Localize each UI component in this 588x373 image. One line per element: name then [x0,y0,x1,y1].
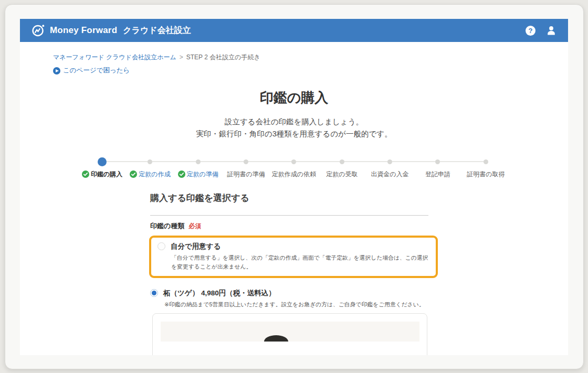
step-dot [196,159,201,164]
stepper-step-articles-preparation[interactable]: 定款の準備 [174,157,222,178]
service-name: クラウド会社設立 [123,25,191,36]
step-dot [340,159,344,164]
money-forward-logo-icon [32,24,45,37]
money-forward-logo[interactable]: Money Forward クラウド会社設立 [32,24,191,37]
page-description: 設立する会社の印鑑を購入しましょう。 実印・銀行印・角印の3種類を用意するのが一… [20,116,568,140]
stepper-step-certificate-acquisition: 証明書の取得 [462,157,510,178]
app-window: Money Forward クラウド会社設立 ? マネーフォワード クラウド会社… [5,4,584,369]
step-dot [387,159,392,164]
option-prepare-yourself-label: 自分で用意する [171,241,220,251]
page-help-link[interactable]: このページで困ったら [53,67,130,74]
step-label: 登記申請 [425,170,450,178]
help-glyph: ? [529,27,533,34]
stepper-step-articles-creation[interactable]: 定款の作成 [126,157,174,178]
option-tsuge-seal-label: 柘（ツゲ） 4,980円（税・送料込） [163,288,276,298]
stepper-step-capital-deposit: 出資金の入金 [366,157,414,178]
help-icon[interactable]: ? [526,26,536,36]
step-label: 定款の準備 [187,170,218,178]
step-dot [148,159,152,164]
check-icon [178,170,185,178]
user-icon[interactable] [546,25,556,36]
stepper-step-certificate-preparation: 証明書の準備 [222,157,270,178]
page-description-line1: 設立する会社の印鑑を購入しましょう。 [20,116,568,128]
step-label: 証明書の取得 [467,170,505,178]
step-dot [484,159,488,164]
page-title: 印鑑の購入 [20,90,568,105]
step-label: 証明書の準備 [227,170,265,178]
page-help-link-label: このページで困ったら [63,67,130,74]
step-label: 定款作成の依頼 [272,170,316,178]
step-label: 定款の受取 [326,170,358,178]
step-label: 印鑑の購入 [91,170,122,178]
radio-prepare-yourself[interactable] [158,242,165,250]
stepper-step-articles-request: 定款作成の依頼 [270,157,318,178]
option-tsuge-seal[interactable]: 柘（ツゲ） 4,980円（税・送料込） [150,288,428,298]
step-dot [435,159,440,164]
seal-top-shape [264,335,288,342]
seal-product-image [161,322,419,342]
step-dot-current [98,157,107,166]
page-description-line2: 実印・銀行印・角印の3種類を用意するのが一般的です。 [20,128,568,140]
stepper-step-articles-receipt: 定款の受取 [318,157,366,178]
play-icon [53,67,60,74]
step-dot [244,159,248,164]
option-prepare-yourself[interactable]: 自分で用意する [158,241,429,251]
page-viewport: Money Forward クラウド会社設立 ? マネーフォワード クラウド会社… [20,19,568,355]
step-label: 出資金の入金 [371,170,408,178]
radio-tsuge-seal[interactable] [150,289,158,297]
progress-stepper: 印鑑の購入 定款の作成 定款の準備 [78,157,510,178]
check-icon [130,170,137,178]
breadcrumb: マネーフォワード クラウド会社設立ホーム>STEP 2 会社設立の手続き [53,54,568,61]
brand-name: Money Forward [50,25,117,36]
highlight-box: 自分で用意する 「自分で用意する」を選択し、次の「定款の作成」画面で「電子定款」… [149,236,438,278]
section-divider [150,215,428,216]
step-label: 定款の作成 [139,170,170,178]
stepper-step-seal-purchase: 印鑑の購入 [78,157,126,178]
field-label: 印鑑の種類 [150,222,184,230]
option-tsuge-seal-note: ※印鑑の納品まで5営業日以上いただきます。設立をお急ぎの方は、ご自身で印鑑をご用… [164,301,428,308]
section-title: 購入する印鑑を選択する [150,193,428,204]
stepper-step-registration-application: 登記申請 [414,157,461,178]
check-icon [82,170,89,178]
form-section: 購入する印鑑を選択する 印鑑の種類 必須 自分で用意する 「自分で用意する」を選… [150,193,428,355]
seal-product-card [152,313,427,355]
required-badge: 必須 [188,222,201,230]
breadcrumb-current: STEP 2 会社設立の手続き [186,54,260,61]
breadcrumb-home-link[interactable]: マネーフォワード クラウド会社設立ホーム [53,54,176,61]
step-dot [291,159,296,164]
app-header: Money Forward クラウド会社設立 ? [20,19,568,42]
breadcrumb-separator: > [180,54,183,61]
option-prepare-yourself-description: 「自分で用意する」を選択し、次の「定款の作成」画面で「電子定款」を選択した場合は… [171,253,430,271]
